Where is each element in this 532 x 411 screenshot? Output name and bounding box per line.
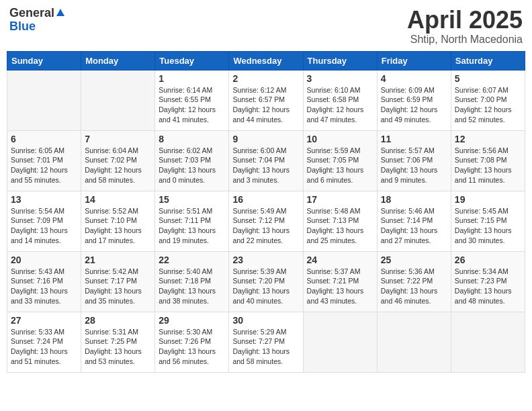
day-detail: Sunrise: 5:37 AM Sunset: 7:21 PM Dayligh… [307, 267, 373, 306]
weekday-header-thursday: Thursday [303, 51, 377, 70]
calendar-cell [451, 312, 525, 372]
calendar-week-row: 1Sunrise: 6:14 AM Sunset: 6:55 PM Daylig… [7, 70, 525, 130]
day-detail: Sunrise: 5:49 AM Sunset: 7:12 PM Dayligh… [232, 206, 299, 246]
day-detail: Sunrise: 5:29 AM Sunset: 7:27 PM Dayligh… [232, 327, 299, 367]
calendar-header-row: SundayMondayTuesdayWednesdayThursdayFrid… [7, 51, 525, 70]
day-detail: Sunrise: 5:30 AM Sunset: 7:26 PM Dayligh… [159, 327, 225, 367]
day-number: 16 [232, 194, 299, 205]
calendar-cell [303, 312, 377, 372]
logo-general-text: General [9, 7, 54, 20]
calendar-cell: 11Sunrise: 5:57 AM Sunset: 7:06 PM Dayli… [377, 130, 451, 191]
calendar-cell: 16Sunrise: 5:49 AM Sunset: 7:12 PM Dayli… [229, 191, 303, 251]
day-number: 11 [381, 134, 447, 144]
day-number: 17 [307, 194, 373, 205]
day-detail: Sunrise: 5:40 AM Sunset: 7:18 PM Dayligh… [159, 267, 225, 306]
day-detail: Sunrise: 5:39 AM Sunset: 7:20 PM Dayligh… [232, 267, 299, 306]
day-number: 1 [159, 73, 225, 84]
day-number: 4 [381, 73, 447, 84]
calendar-cell: 15Sunrise: 5:51 AM Sunset: 7:11 PM Dayli… [155, 191, 229, 251]
calendar-cell: 4Sunrise: 6:09 AM Sunset: 6:59 PM Daylig… [377, 70, 451, 130]
calendar-cell: 22Sunrise: 5:40 AM Sunset: 7:18 PM Dayli… [155, 251, 229, 312]
day-number: 2 [232, 73, 299, 84]
calendar-cell: 27Sunrise: 5:33 AM Sunset: 7:24 PM Dayli… [7, 312, 81, 372]
calendar-cell [377, 312, 451, 372]
day-number: 5 [455, 73, 521, 84]
day-number: 13 [11, 194, 77, 205]
day-detail: Sunrise: 6:10 AM Sunset: 6:58 PM Dayligh… [307, 85, 373, 125]
page-header: General Blue April 2025 Shtip, North Mac… [7, 7, 525, 46]
calendar-cell: 5Sunrise: 6:07 AM Sunset: 7:00 PM Daylig… [451, 70, 525, 130]
calendar-cell [81, 70, 155, 130]
calendar-cell: 7Sunrise: 6:04 AM Sunset: 7:02 PM Daylig… [81, 130, 155, 191]
calendar-cell: 10Sunrise: 5:59 AM Sunset: 7:05 PM Dayli… [303, 130, 377, 191]
month-title: April 2025 [407, 7, 523, 34]
weekday-header-saturday: Saturday [451, 51, 525, 70]
day-number: 30 [232, 315, 299, 326]
day-detail: Sunrise: 5:45 AM Sunset: 7:15 PM Dayligh… [455, 206, 521, 246]
weekday-header-wednesday: Wednesday [229, 51, 303, 70]
calendar-cell: 6Sunrise: 6:05 AM Sunset: 7:01 PM Daylig… [7, 130, 81, 191]
location-title: Shtip, North Macedonia [407, 34, 523, 46]
day-detail: Sunrise: 5:43 AM Sunset: 7:16 PM Dayligh… [11, 267, 77, 306]
calendar-cell: 20Sunrise: 5:43 AM Sunset: 7:16 PM Dayli… [7, 251, 81, 312]
logo-blue-text: Blue [9, 19, 36, 33]
day-number: 22 [159, 255, 225, 265]
day-detail: Sunrise: 6:12 AM Sunset: 6:57 PM Dayligh… [232, 85, 299, 125]
day-number: 18 [381, 194, 447, 205]
day-detail: Sunrise: 6:00 AM Sunset: 7:04 PM Dayligh… [232, 146, 299, 185]
day-detail: Sunrise: 5:57 AM Sunset: 7:06 PM Dayligh… [381, 146, 447, 185]
day-number: 15 [159, 194, 225, 205]
calendar-cell: 13Sunrise: 5:54 AM Sunset: 7:09 PM Dayli… [7, 191, 81, 251]
day-number: 25 [381, 255, 447, 265]
calendar-cell [7, 70, 81, 130]
day-detail: Sunrise: 6:05 AM Sunset: 7:01 PM Dayligh… [11, 146, 77, 185]
calendar-cell: 24Sunrise: 5:37 AM Sunset: 7:21 PM Dayli… [303, 251, 377, 312]
day-detail: Sunrise: 6:07 AM Sunset: 7:00 PM Dayligh… [455, 85, 521, 125]
logo: General Blue [9, 7, 64, 34]
calendar-week-row: 13Sunrise: 5:54 AM Sunset: 7:09 PM Dayli… [7, 191, 525, 251]
day-detail: Sunrise: 5:56 AM Sunset: 7:08 PM Dayligh… [455, 146, 521, 185]
day-number: 19 [455, 194, 521, 205]
day-detail: Sunrise: 6:14 AM Sunset: 6:55 PM Dayligh… [159, 85, 225, 125]
day-number: 14 [85, 194, 151, 205]
calendar-cell: 18Sunrise: 5:46 AM Sunset: 7:14 PM Dayli… [377, 191, 451, 251]
calendar-cell: 2Sunrise: 6:12 AM Sunset: 6:57 PM Daylig… [229, 70, 303, 130]
day-number: 8 [159, 134, 225, 144]
day-detail: Sunrise: 5:48 AM Sunset: 7:13 PM Dayligh… [307, 206, 373, 246]
day-detail: Sunrise: 5:31 AM Sunset: 7:25 PM Dayligh… [85, 327, 151, 367]
day-detail: Sunrise: 5:51 AM Sunset: 7:11 PM Dayligh… [159, 206, 225, 246]
day-number: 20 [11, 255, 77, 265]
day-detail: Sunrise: 5:54 AM Sunset: 7:09 PM Dayligh… [11, 206, 77, 246]
calendar-cell: 1Sunrise: 6:14 AM Sunset: 6:55 PM Daylig… [155, 70, 229, 130]
calendar-cell: 21Sunrise: 5:42 AM Sunset: 7:17 PM Dayli… [81, 251, 155, 312]
day-detail: Sunrise: 5:42 AM Sunset: 7:17 PM Dayligh… [85, 267, 151, 306]
calendar-cell: 9Sunrise: 6:00 AM Sunset: 7:04 PM Daylig… [229, 130, 303, 191]
calendar-cell: 12Sunrise: 5:56 AM Sunset: 7:08 PM Dayli… [451, 130, 525, 191]
day-number: 27 [11, 315, 77, 326]
day-detail: Sunrise: 5:34 AM Sunset: 7:23 PM Dayligh… [455, 267, 521, 306]
calendar-cell: 8Sunrise: 6:02 AM Sunset: 7:03 PM Daylig… [155, 130, 229, 191]
day-detail: Sunrise: 5:59 AM Sunset: 7:05 PM Dayligh… [307, 146, 373, 185]
day-number: 12 [455, 134, 521, 144]
day-number: 3 [307, 73, 373, 84]
calendar-cell: 28Sunrise: 5:31 AM Sunset: 7:25 PM Dayli… [81, 312, 155, 372]
calendar-cell: 25Sunrise: 5:36 AM Sunset: 7:22 PM Dayli… [377, 251, 451, 312]
day-number: 6 [11, 134, 77, 144]
calendar-week-row: 6Sunrise: 6:05 AM Sunset: 7:01 PM Daylig… [7, 130, 525, 191]
day-detail: Sunrise: 5:33 AM Sunset: 7:24 PM Dayligh… [11, 327, 77, 367]
day-detail: Sunrise: 6:09 AM Sunset: 6:59 PM Dayligh… [381, 85, 447, 125]
calendar-week-row: 20Sunrise: 5:43 AM Sunset: 7:16 PM Dayli… [7, 251, 525, 312]
day-number: 23 [232, 255, 299, 265]
day-detail: Sunrise: 5:52 AM Sunset: 7:10 PM Dayligh… [85, 206, 151, 246]
calendar-cell: 3Sunrise: 6:10 AM Sunset: 6:58 PM Daylig… [303, 70, 377, 130]
calendar-cell: 14Sunrise: 5:52 AM Sunset: 7:10 PM Dayli… [81, 191, 155, 251]
logo-triangle-icon [56, 9, 64, 16]
weekday-header-sunday: Sunday [7, 51, 81, 70]
calendar-cell: 30Sunrise: 5:29 AM Sunset: 7:27 PM Dayli… [229, 312, 303, 372]
day-number: 9 [232, 134, 299, 144]
day-detail: Sunrise: 5:46 AM Sunset: 7:14 PM Dayligh… [381, 206, 447, 246]
day-number: 29 [159, 315, 225, 326]
weekday-header-tuesday: Tuesday [155, 51, 229, 70]
weekday-header-friday: Friday [377, 51, 451, 70]
calendar-cell: 26Sunrise: 5:34 AM Sunset: 7:23 PM Dayli… [451, 251, 525, 312]
